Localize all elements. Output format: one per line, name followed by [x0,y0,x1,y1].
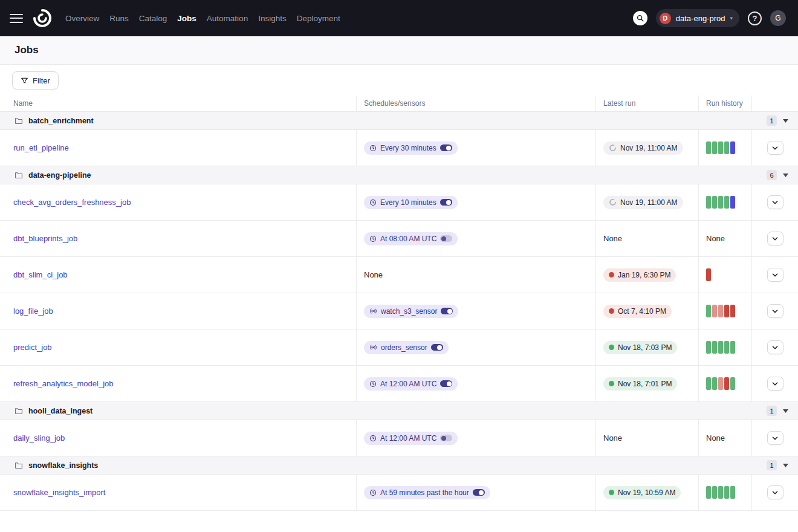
expand-row-button[interactable] [767,377,783,391]
schedule-pill[interactable]: At 59 minutes past the hour [364,486,490,499]
run-history-bar[interactable] [718,305,723,317]
schedule-toggle[interactable] [440,199,452,206]
nav-item-runs[interactable]: Runs [109,14,129,23]
run-history-bar[interactable] [718,141,723,154]
run-history-bar[interactable] [718,486,723,499]
run-history-bar[interactable] [706,141,711,154]
help-button[interactable]: ? [748,11,762,25]
filter-button[interactable]: Filter [12,71,59,89]
dagster-logo[interactable] [31,7,53,29]
schedule-pill[interactable]: watch_s3_sensor [364,305,458,318]
run-history-bar[interactable] [706,341,711,354]
run-history-bar[interactable] [718,377,723,390]
job-name-link[interactable]: dbt_slim_ci_job [13,270,68,279]
nav-item-automation[interactable]: Automation [207,14,248,23]
nav-item-insights[interactable]: Insights [258,14,287,23]
run-history-bar[interactable] [706,305,711,317]
expand-row-button[interactable] [767,141,783,155]
run-history-bar[interactable] [730,141,735,154]
job-group-row: batch_enrichment1 [0,112,798,130]
schedule-pill[interactable]: orders_sensor [364,341,449,354]
run-history-bar[interactable] [730,305,735,317]
schedule-toggle[interactable] [431,344,443,351]
run-history-bar[interactable] [706,196,711,209]
schedule-toggle[interactable] [440,435,452,441]
run-history-bar[interactable] [718,341,723,354]
run-history-bar[interactable] [718,196,723,209]
expand-row-button[interactable] [767,485,783,499]
group-collapse-caret[interactable] [783,174,788,177]
run-history-bar[interactable] [730,377,735,390]
table-header-row: Name Schedules/sensors Latest run Run hi… [0,96,798,112]
deployment-switcher[interactable]: D data-eng-prod ▾ [656,9,739,27]
latest-run-pill[interactable]: Nov 18, 7:03 PM [603,341,677,354]
job-name-link[interactable]: log_file_job [13,307,53,316]
group-collapse-caret[interactable] [783,119,788,123]
expand-row-button[interactable] [767,268,783,282]
job-name-link[interactable]: daily_sling_job [13,433,65,443]
run-history-bar[interactable] [706,268,711,281]
expand-row-button[interactable] [767,304,783,318]
run-history-bar[interactable] [712,196,717,209]
latest-run-pill[interactable]: Oct 7, 4:10 PM [603,305,672,318]
latest-run-pill[interactable]: Nov 18, 7:01 PM [603,377,677,391]
user-avatar[interactable]: G [770,10,786,26]
job-name-link[interactable]: check_avg_orders_freshness_job [13,198,131,207]
run-history-bar[interactable] [712,141,717,154]
latest-run-pill[interactable]: Nov 19, 11:00 AM [603,141,683,155]
run-history-bar[interactable] [730,486,735,499]
job-name-link[interactable]: run_etl_pipeline [13,143,69,152]
run-history-bar[interactable] [706,486,711,499]
run-history-none-label: None [706,234,725,243]
schedule-pill[interactable]: Every 30 minutes [364,141,458,155]
schedule-pill[interactable]: Every 10 minutes [364,196,458,209]
expand-row-button[interactable] [767,340,783,354]
schedule-pill[interactable]: At 12:00 AM UTC [364,377,458,391]
latest-run-cell: Nov 19, 11:00 AM [596,184,699,220]
expand-row-button[interactable] [767,195,783,209]
latest-run-pill[interactable]: Jan 19, 6:30 PM [603,268,676,282]
run-history-bar[interactable] [712,341,717,354]
run-history-bar[interactable] [724,305,729,317]
nav-item-catalog[interactable]: Catalog [139,14,167,23]
schedules-cell: orders_sensor [357,329,596,365]
schedule-toggle[interactable] [440,144,452,151]
latest-run-time: Nov 18, 7:03 PM [618,343,672,352]
schedules-cell: At 12:00 AM UTC [357,420,596,456]
schedule-toggle[interactable] [440,235,452,242]
nav-item-jobs[interactable]: Jobs [177,14,196,23]
job-name-link[interactable]: refresh_analytics_model_job [13,379,113,388]
run-history-bar[interactable] [730,196,735,209]
group-collapse-caret[interactable] [783,464,788,467]
job-name-link[interactable]: snowflake_insights_import [13,488,105,497]
run-history-bar[interactable] [724,141,729,154]
search-button[interactable] [633,11,647,25]
group-collapse-caret[interactable] [783,409,788,413]
job-row: predict_joborders_sensorNov 18, 7:03 PM [0,329,798,366]
run-history-bar[interactable] [712,377,717,390]
run-history-bar[interactable] [712,486,717,499]
expand-row-button[interactable] [767,232,783,245]
nav-item-overview[interactable]: Overview [65,14,99,23]
schedule-toggle[interactable] [473,489,485,496]
latest-run-pill[interactable]: Nov 19, 11:00 AM [603,196,683,209]
job-name-link[interactable]: dbt_blueprints_job [13,234,77,243]
spinner-icon [609,198,617,206]
job-name-link[interactable]: predict_job [13,343,52,352]
run-history-bar[interactable] [724,196,729,209]
expand-row-button[interactable] [767,431,783,445]
run-history-bar[interactable] [724,377,729,390]
schedule-pill[interactable]: At 08:00 AM UTC [364,232,458,245]
run-history-bar[interactable] [712,305,717,317]
schedule-pill[interactable]: At 12:00 AM UTC [364,432,458,445]
latest-run-cell: None [596,221,699,256]
latest-run-pill[interactable]: Nov 19, 10:59 AM [603,486,681,499]
nav-item-deployment[interactable]: Deployment [297,14,340,23]
hamburger-menu-icon[interactable] [10,14,23,23]
schedule-toggle[interactable] [440,380,452,387]
run-history-bar[interactable] [724,341,729,354]
run-history-bar[interactable] [730,341,735,354]
run-history-bar[interactable] [706,377,711,390]
schedule-toggle[interactable] [441,308,453,314]
run-history-bar[interactable] [724,486,729,499]
